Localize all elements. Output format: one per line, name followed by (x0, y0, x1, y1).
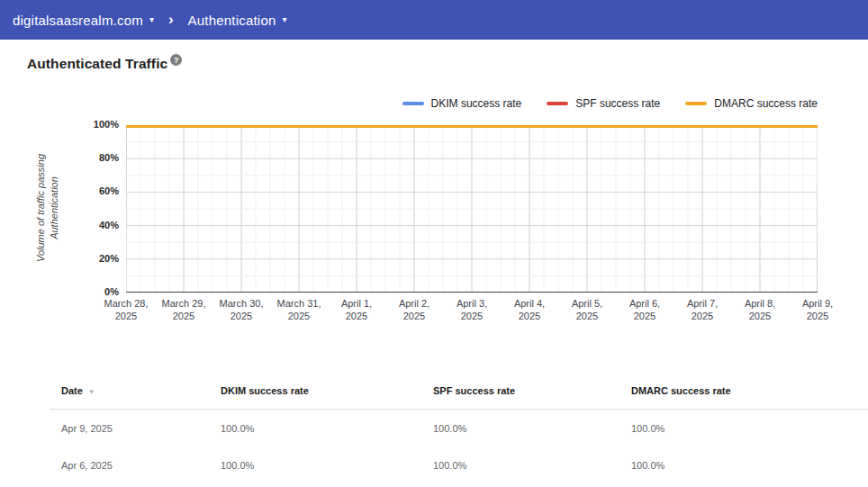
legend-line-swatch (402, 102, 424, 105)
table-row: Apr 6, 2025100.0%100.0%100.0% (50, 446, 868, 483)
legend-label: DMARC success rate (714, 97, 818, 110)
table-cell: Apr 6, 2025 (50, 460, 209, 471)
table-cell: 100.0% (209, 460, 421, 471)
table-header-spf-success-rate: SPF success rate (421, 385, 619, 396)
table-body: Apr 9, 2025100.0%100.0%100.0%Apr 6, 2025… (50, 410, 868, 483)
table-header-row: Date▼DKIM success rateSPF success rateDM… (50, 373, 868, 410)
chevron-down-icon: ▾ (282, 15, 286, 24)
y-tick-label: 0% (0, 286, 119, 297)
legend-item: SPF success rate (547, 97, 660, 110)
traffic-table: Date▼DKIM success rateSPF success rateDM… (50, 373, 868, 483)
domain-selector[interactable]: digitalsaasrealm.com ▾ (13, 13, 154, 28)
table-cell: 100.0% (421, 460, 619, 471)
legend-line-swatch (547, 102, 568, 105)
domain-label: digitalsaasrealm.com (13, 13, 143, 28)
table-cell: 100.0% (619, 460, 868, 471)
legend-label: SPF success rate (575, 97, 660, 110)
table-row: Apr 9, 2025100.0%100.0%100.0% (50, 410, 868, 446)
section-label: Authentication (188, 13, 276, 28)
y-tick-label: 100% (0, 119, 119, 130)
chevron-down-icon: ▾ (149, 15, 154, 24)
y-axis-title: Volume of traffic passing Authentication (34, 118, 61, 298)
y-tick-label: 40% (0, 220, 119, 230)
table-header-dmarc-success-rate: DMARC success rate (619, 385, 868, 396)
postmaster-dashboard: digitalsaasrealm.com ▾ › Authentication … (0, 0, 868, 487)
legend-line-swatch (685, 102, 707, 105)
section-selector[interactable]: Authentication ▾ (188, 13, 287, 28)
page-title-row: Authenticated Traffic ? (27, 56, 182, 72)
top-nav-bar: digitalsaasrealm.com ▾ › Authentication … (0, 0, 868, 40)
help-icon[interactable]: ? (170, 54, 182, 66)
y-tick-label: 20% (0, 253, 119, 264)
y-tick-label: 80% (0, 152, 119, 163)
legend-label: DKIM success rate (431, 97, 522, 110)
chevron-right-icon: › (168, 12, 174, 27)
y-tick-label: 60% (0, 185, 119, 196)
table-header-dkim-success-rate: DKIM success rate (209, 385, 421, 396)
line-chart-plot-area[interactable] (126, 125, 818, 293)
x-tick-label: April 9, 2025 (780, 297, 855, 323)
chart-legend: DKIM success rateSPF success rateDMARC s… (377, 97, 818, 110)
sort-descending-icon: ▼ (88, 388, 95, 396)
page-title: Authenticated Traffic (27, 56, 167, 72)
legend-item: DKIM success rate (402, 97, 522, 110)
table-cell: Apr 9, 2025 (50, 423, 209, 434)
legend-item: DMARC success rate (685, 97, 818, 110)
table-cell: 100.0% (619, 423, 868, 434)
table-cell: 100.0% (421, 423, 619, 434)
table-cell: 100.0% (209, 423, 421, 434)
table-header-date[interactable]: Date▼ (50, 385, 209, 396)
